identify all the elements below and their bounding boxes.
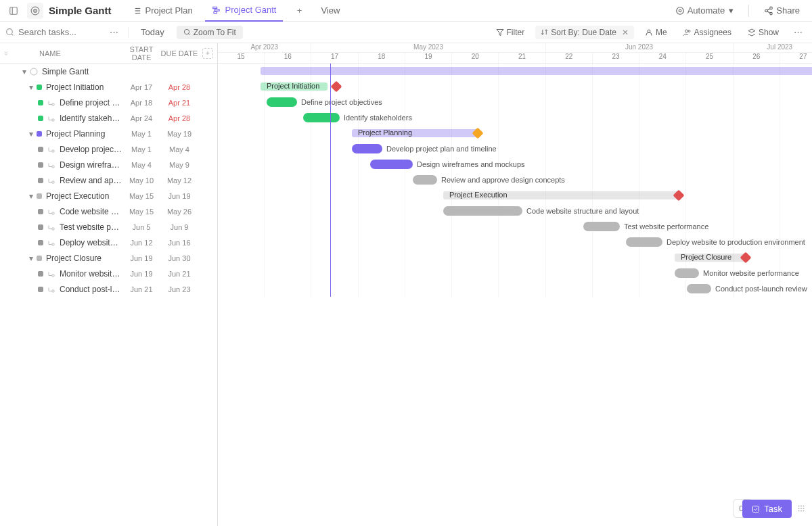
group-row[interactable]: ▾Project InitiationApr 17Apr 28 — [0, 79, 217, 95]
task-row[interactable]: Define project objectivesApr 18Apr 21 — [0, 95, 217, 110]
today-button[interactable]: Today — [134, 25, 171, 39]
svg-point-47 — [803, 506, 805, 507]
task-bar[interactable]: Code website structure and layout — [443, 206, 522, 216]
task-row[interactable]: Test website performanceJun 5Jun 9 — [0, 219, 217, 235]
add-column-button[interactable]: + — [202, 48, 213, 59]
assignees-button[interactable]: Assignees — [678, 26, 737, 39]
start-date-cell[interactable]: Jun 5 — [122, 223, 160, 231]
group-row[interactable]: ▾Project ClosureJun 19Jun 30 — [0, 250, 217, 266]
tab-project-gantt[interactable]: Project Gantt — [205, 0, 284, 22]
due-date-cell[interactable]: May 12 — [160, 176, 198, 185]
filter-button[interactable]: Filter — [491, 26, 531, 39]
collapse-caret-icon[interactable]: ▾ — [20, 67, 28, 76]
bar-label: Test website performance — [624, 222, 708, 231]
new-task-button[interactable]: Task — [742, 500, 792, 518]
due-date-cell[interactable]: May 4 — [160, 145, 198, 153]
due-date-cell[interactable]: Jun 30 — [160, 254, 198, 262]
due-date-cell[interactable]: Jun 21 — [160, 270, 198, 278]
task-bar[interactable]: Define project objectives — [267, 97, 297, 107]
due-date-cell[interactable]: Jun 23 — [160, 285, 198, 293]
gantt-row: Conduct post-launch review — [218, 281, 812, 297]
task-bar[interactable]: Monitor website performance — [675, 268, 699, 278]
task-row[interactable]: Review and approve design conceptsMay 10… — [0, 172, 217, 188]
start-date-cell[interactable]: Apr 17 — [122, 83, 160, 91]
task-row[interactable]: Code website structure and layoutMay 15M… — [0, 204, 217, 219]
start-date-cell[interactable]: May 10 — [122, 176, 160, 185]
due-date-cell[interactable]: May 19 — [160, 130, 198, 138]
sort-button[interactable]: Sort By: Due Date ✕ — [535, 26, 634, 39]
due-date-cell[interactable]: Apr 21 — [160, 99, 198, 107]
start-date-cell[interactable]: Apr 24 — [122, 114, 160, 122]
due-date-cell[interactable]: Apr 28 — [160, 83, 198, 91]
column-due-date[interactable]: Due Date — [160, 49, 198, 57]
root-row[interactable]: ▾Simple Gantt — [0, 64, 217, 79]
gantt-row: Project Execution — [218, 188, 812, 204]
task-bar[interactable]: Develop project plan and timeline — [352, 144, 382, 153]
due-date-cell[interactable]: Jun 19 — [160, 192, 198, 200]
collapse-caret-icon[interactable]: ▾ — [27, 82, 35, 92]
zoom-to-fit-button[interactable]: Zoom To Fit — [177, 26, 243, 39]
task-bar[interactable]: Conduct post-launch review — [687, 284, 711, 293]
collapse-caret-icon[interactable]: ▾ — [27, 191, 35, 201]
app-logo-icon[interactable] — [27, 3, 43, 19]
due-date-cell[interactable]: Apr 28 — [160, 114, 198, 122]
gantt-panel[interactable]: Apr 2023May 2023Jun 2023Jul 2023 1516171… — [218, 43, 812, 526]
day-header: 20 — [452, 53, 499, 63]
task-bar[interactable]: Design wireframes and mockups — [370, 160, 413, 169]
start-date-cell[interactable]: Apr 18 — [122, 99, 160, 107]
status-dot — [38, 240, 43, 245]
due-date-cell[interactable]: May 9 — [160, 161, 198, 169]
gantt-row: Deploy website to production environment — [218, 235, 812, 250]
start-date-cell[interactable]: Jun 19 — [122, 270, 160, 278]
group-row[interactable]: ▾Project ExecutionMay 15Jun 19 — [0, 188, 217, 204]
task-bar[interactable]: Deploy website to production environment — [626, 237, 662, 247]
start-date-cell[interactable]: Jun 12 — [122, 239, 160, 247]
search-input[interactable] — [18, 27, 86, 37]
task-bar[interactable]: Test website performance — [583, 222, 620, 231]
column-start-date[interactable]: Start Date — [122, 45, 160, 62]
task-bar[interactable]: Identify stakeholders — [303, 113, 340, 122]
svg-point-22 — [184, 29, 189, 34]
due-date-cell[interactable]: May 26 — [160, 208, 198, 216]
sidebar-toggle-icon[interactable] — [5, 3, 22, 19]
app-title[interactable]: Simple Gantt — [49, 5, 112, 16]
automate-button[interactable]: Automate ▾ — [669, 3, 741, 18]
task-row[interactable]: Monitor website performanceJun 19Jun 21 — [0, 266, 217, 281]
due-date-cell[interactable]: Jun 9 — [160, 223, 198, 231]
search-box[interactable] — [5, 27, 100, 37]
start-date-cell[interactable]: May 1 — [122, 130, 160, 138]
column-name[interactable]: NAME — [12, 49, 122, 57]
start-date-cell[interactable]: May 15 — [122, 208, 160, 216]
task-row[interactable]: Deploy website to production environment… — [0, 235, 217, 250]
milestone-diamond[interactable] — [331, 81, 342, 93]
share-button[interactable]: Share — [757, 3, 807, 18]
subtask-icon — [47, 114, 55, 122]
sort-clear-button[interactable]: ✕ — [622, 28, 629, 37]
task-row[interactable]: Identify stakeholdersApr 24Apr 28 — [0, 110, 217, 126]
more-options-button[interactable]: ⋯ — [790, 25, 807, 39]
task-row[interactable]: Conduct post-launch reviewJun 21Jun 23 — [0, 281, 217, 297]
start-date-cell[interactable]: Jun 21 — [122, 285, 160, 293]
start-date-cell[interactable]: May 15 — [122, 192, 160, 200]
start-date-cell[interactable]: Jun 19 — [122, 254, 160, 262]
view-menu[interactable]: View — [314, 0, 346, 22]
collapse-caret-icon[interactable]: ▾ — [27, 129, 35, 139]
svg-point-52 — [800, 510, 802, 512]
start-date-cell[interactable]: May 1 — [122, 145, 160, 153]
summary-bar[interactable] — [261, 67, 812, 75]
collapse-caret-icon[interactable]: ▾ — [27, 254, 35, 263]
expand-icon[interactable] — [3, 50, 9, 57]
show-button[interactable]: Show — [742, 26, 784, 39]
group-row[interactable]: ▾Project PlanningMay 1May 19 — [0, 126, 217, 141]
task-row[interactable]: Design wireframes and mockupsMay 4May 9 — [0, 157, 217, 172]
me-filter-button[interactable]: Me — [639, 26, 673, 39]
search-more-icon[interactable]: ⋯ — [106, 25, 122, 39]
apps-grid-icon[interactable] — [796, 499, 807, 518]
task-row[interactable]: Develop project plan and timelineMay 1Ma… — [0, 141, 217, 157]
task-bar[interactable]: Review and approve design concepts — [413, 175, 437, 185]
start-date-cell[interactable]: May 4 — [122, 161, 160, 169]
add-view-button[interactable]: + — [292, 4, 306, 18]
tab-project-plan[interactable]: Project Plan — [125, 0, 200, 22]
due-date-cell[interactable]: Jun 16 — [160, 239, 198, 247]
gantt-row: Test website performance — [218, 219, 812, 235]
